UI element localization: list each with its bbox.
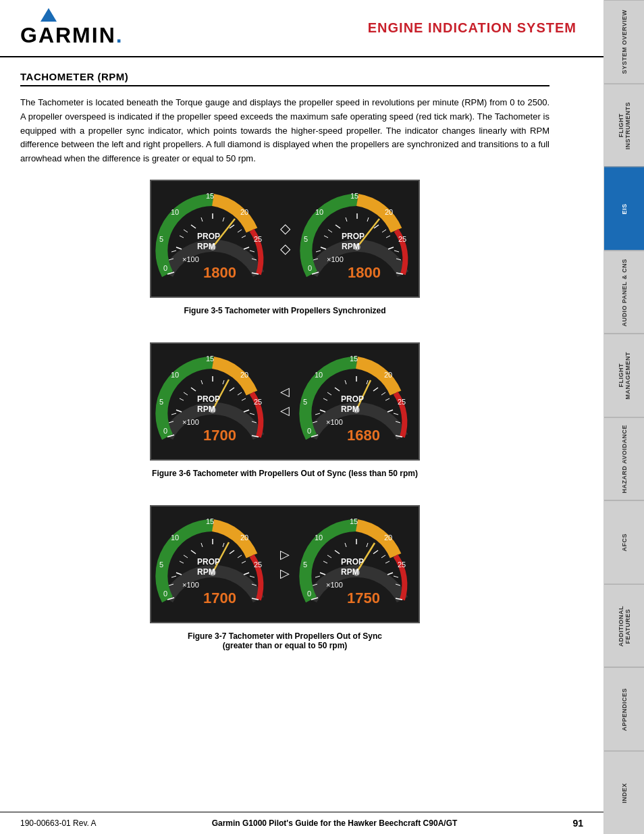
svg-text:10: 10 <box>171 533 179 542</box>
svg-text:15: 15 <box>206 517 214 525</box>
svg-text:1680: 1680 <box>347 427 380 444</box>
svg-text:1750: 1750 <box>347 590 380 606</box>
svg-text:PROP: PROP <box>197 557 220 567</box>
svg-text:5: 5 <box>159 235 163 243</box>
svg-text:RPM: RPM <box>341 567 359 577</box>
svg-text:25: 25 <box>254 235 262 243</box>
garmin-triangle-icon <box>41 8 57 22</box>
svg-text:5: 5 <box>159 561 163 569</box>
main-content: TACHOMETER (RPM) The Tachometer is locat… <box>0 64 603 691</box>
figure-3-5-image: 0 5 10 15 20 25 <box>150 180 420 298</box>
svg-text:1800: 1800 <box>348 264 381 281</box>
sync-half-arrow-fig6: ◁ ◁ <box>277 384 292 418</box>
svg-text:5: 5 <box>303 561 307 569</box>
gauges-out-of-sync-major: 0 5 10 15 20 25 <box>154 512 416 617</box>
svg-text:RPM: RPM <box>341 405 359 414</box>
tab-system-overview[interactable]: SYSTEM OVERVIEW <box>604 0 644 84</box>
figure-3-7-caption: Figure 3-7 Tachometer with Propellers Ou… <box>188 631 382 650</box>
svg-text:RPM: RPM <box>342 242 360 251</box>
svg-text:10: 10 <box>171 208 179 216</box>
tab-audio-panel[interactable]: AUDIO PANEL & CNS <box>604 251 644 334</box>
svg-text:RPM: RPM <box>197 405 215 414</box>
right-gauge-fig5: 0 5 10 15 20 25 <box>298 186 417 291</box>
svg-text:5: 5 <box>304 235 308 243</box>
garmin-wordmark: GARMIN. <box>20 23 124 48</box>
svg-text:25: 25 <box>254 561 262 569</box>
svg-text:0: 0 <box>307 427 311 435</box>
figure-3-7: 0 5 10 15 20 25 <box>20 505 549 664</box>
svg-text:20: 20 <box>384 533 392 542</box>
section-title: TACHOMETER (RPM) <box>20 71 549 86</box>
svg-text:0: 0 <box>163 264 167 272</box>
tab-appendices[interactable]: APPENDICES <box>604 667 644 751</box>
svg-text:PROP: PROP <box>197 232 220 241</box>
page-title: ENGINE INDICATION SYSTEM <box>368 20 576 36</box>
footer-page-number: 91 <box>572 818 583 829</box>
svg-text:1800: 1800 <box>203 264 236 281</box>
svg-text:25: 25 <box>398 235 406 243</box>
figure-3-5-caption: Figure 3-5 Tachometer with Propellers Sy… <box>184 306 385 315</box>
tab-hazard-avoidance[interactable]: HAZARD AVOIDANCE <box>604 417 644 501</box>
svg-text:0: 0 <box>308 264 312 272</box>
svg-text:25: 25 <box>254 398 262 406</box>
figure-3-6-image: 0 5 10 15 20 25 <box>150 342 420 461</box>
svg-text:5: 5 <box>159 398 163 406</box>
footer-doc-number: 190-00663-01 Rev. A <box>20 818 97 828</box>
svg-text:0: 0 <box>307 590 311 598</box>
svg-text:20: 20 <box>240 533 248 542</box>
left-gauge-fig6: 0 5 10 15 20 25 <box>154 349 272 454</box>
svg-text:×100: ×100 <box>182 581 199 589</box>
svg-text:20: 20 <box>385 208 393 216</box>
svg-text:0: 0 <box>163 590 167 598</box>
svg-text:×100: ×100 <box>326 581 343 589</box>
svg-text:PROP: PROP <box>197 394 220 404</box>
page-header: GARMIN. ENGINE INDICATION SYSTEM <box>0 0 644 57</box>
svg-text:×100: ×100 <box>182 255 199 263</box>
tab-afcs[interactable]: AFCS <box>604 500 644 584</box>
figure-3-5: 0 5 10 15 20 25 <box>20 180 549 329</box>
svg-text:15: 15 <box>350 355 358 363</box>
tab-eis[interactable]: EIS <box>604 167 644 251</box>
tab-flight-instruments[interactable]: FLIGHT INSTRUMENTS <box>604 84 644 167</box>
svg-text:20: 20 <box>384 371 392 379</box>
gauges-synced: 0 5 10 15 20 25 <box>154 186 417 291</box>
tab-flight-management[interactable]: FLIGHT MANAGEMENT <box>604 334 644 417</box>
right-sidebar: SYSTEM OVERVIEW FLIGHT INSTRUMENTS EIS A… <box>603 0 644 834</box>
svg-text:×100: ×100 <box>182 418 199 426</box>
footer-guide-title: Garmin G1000 Pilot's Guide for the Hawke… <box>212 818 458 828</box>
svg-text:0: 0 <box>163 427 167 435</box>
svg-text:RPM: RPM <box>197 567 215 577</box>
svg-text:×100: ×100 <box>327 255 344 263</box>
svg-text:15: 15 <box>350 192 358 200</box>
svg-text:25: 25 <box>398 398 406 406</box>
svg-text:PROP: PROP <box>341 394 364 404</box>
svg-text:1700: 1700 <box>203 427 236 444</box>
svg-text:15: 15 <box>206 192 214 200</box>
svg-text:20: 20 <box>240 371 248 379</box>
svg-text:25: 25 <box>398 561 406 569</box>
sync-arrow-fig7: ▷ ▷ <box>277 547 292 581</box>
figure-3-6-caption: Figure 3-6 Tachometer with Propellers Ou… <box>152 469 418 478</box>
svg-text:1700: 1700 <box>203 590 236 606</box>
svg-text:×100: ×100 <box>326 418 343 426</box>
garmin-logo: GARMIN. <box>20 8 124 48</box>
figure-3-7-image: 0 5 10 15 20 25 <box>150 505 420 623</box>
page-footer: 190-00663-01 Rev. A Garmin G1000 Pilot's… <box>0 812 603 834</box>
left-gauge-fig5: 0 5 10 15 20 25 <box>154 186 272 291</box>
tab-additional-features[interactable]: ADDITIONAL FEATURES <box>604 584 644 668</box>
right-gauge-fig6: 0 5 10 15 20 25 <box>298 349 416 454</box>
svg-text:PROP: PROP <box>341 557 364 567</box>
svg-text:5: 5 <box>303 398 307 406</box>
svg-text:RPM: RPM <box>197 242 215 251</box>
svg-text:10: 10 <box>315 208 323 216</box>
gauges-out-of-sync-minor: 0 5 10 15 20 25 <box>154 349 416 454</box>
svg-text:20: 20 <box>240 208 248 216</box>
tab-index[interactable]: INDEX <box>604 751 644 835</box>
left-gauge-fig7: 0 5 10 15 20 25 <box>154 512 272 617</box>
svg-text:10: 10 <box>315 533 323 542</box>
svg-text:PROP: PROP <box>342 232 365 241</box>
svg-text:15: 15 <box>206 355 214 363</box>
svg-text:15: 15 <box>350 517 358 525</box>
svg-text:10: 10 <box>171 371 179 379</box>
svg-text:10: 10 <box>315 371 323 379</box>
